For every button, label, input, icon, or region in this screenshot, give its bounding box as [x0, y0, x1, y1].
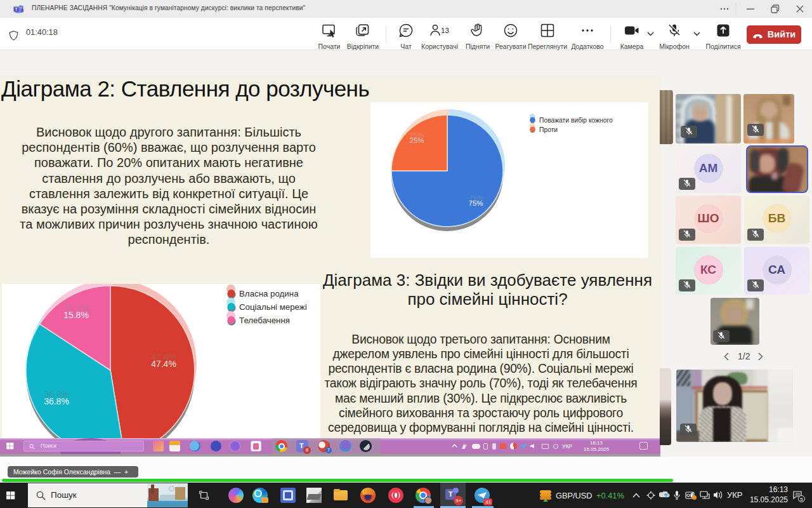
svg-text:Власна родина: Власна родина — [239, 289, 299, 298]
svg-text:75%: 75% — [468, 199, 483, 207]
svg-text:36.8%: 36.8% — [44, 396, 69, 406]
svg-text:T: T — [15, 7, 18, 11]
svg-text:47.4%: 47.4% — [151, 359, 176, 369]
svg-text:Поважати вибір кожного: Поважати вибір кожного — [539, 117, 613, 124]
svg-text:Соціальні мережі: Соціальні мережі — [239, 302, 307, 312]
svg-text:15.8%: 15.8% — [63, 310, 89, 320]
svg-text:13: 13 — [441, 27, 449, 34]
svg-text:Проти: Проти — [539, 126, 558, 133]
svg-text:25%: 25% — [409, 137, 424, 144]
svg-text:Телебачення: Телебачення — [239, 316, 290, 325]
